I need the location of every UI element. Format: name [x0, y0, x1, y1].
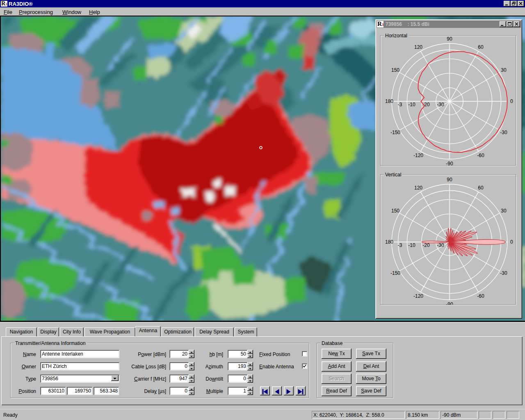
svg-text:0: 0 — [510, 239, 513, 245]
svg-text:-90: -90 — [446, 161, 453, 166]
svg-text:120: 120 — [414, 44, 422, 50]
svg-text:-20: -20 — [422, 242, 430, 248]
svg-text:180: 180 — [385, 98, 393, 104]
svg-text:60: 60 — [478, 185, 484, 191]
svg-text:-120: -120 — [413, 153, 423, 158]
svg-text:120: 120 — [414, 185, 422, 191]
svg-text:90: 90 — [447, 177, 452, 183]
svg-text:-90: -90 — [446, 301, 453, 305]
svg-text:60: 60 — [478, 44, 484, 50]
svg-text:150: 150 — [391, 67, 399, 73]
svg-text:-30: -30 — [437, 102, 444, 107]
svg-text:-60: -60 — [477, 293, 484, 299]
svg-text:-150: -150 — [390, 270, 400, 276]
svg-text:30: 30 — [501, 67, 507, 73]
svg-text:-10: -10 — [408, 242, 415, 248]
svg-text:-120: -120 — [413, 293, 423, 299]
svg-text:-3: -3 — [398, 102, 402, 107]
svg-text:-30: -30 — [500, 130, 507, 135]
svg-text:-3: -3 — [398, 242, 402, 248]
svg-text:-60: -60 — [477, 153, 484, 158]
svg-text:180: 180 — [385, 239, 393, 245]
svg-text:0: 0 — [510, 98, 513, 104]
svg-text:-30: -30 — [437, 242, 444, 248]
svg-text:-30: -30 — [500, 270, 507, 276]
svg-text:-10: -10 — [408, 102, 415, 107]
svg-text:30: 30 — [501, 208, 507, 214]
svg-text:150: 150 — [391, 208, 399, 214]
svg-text:90: 90 — [447, 36, 452, 42]
svg-text:-150: -150 — [390, 130, 400, 135]
